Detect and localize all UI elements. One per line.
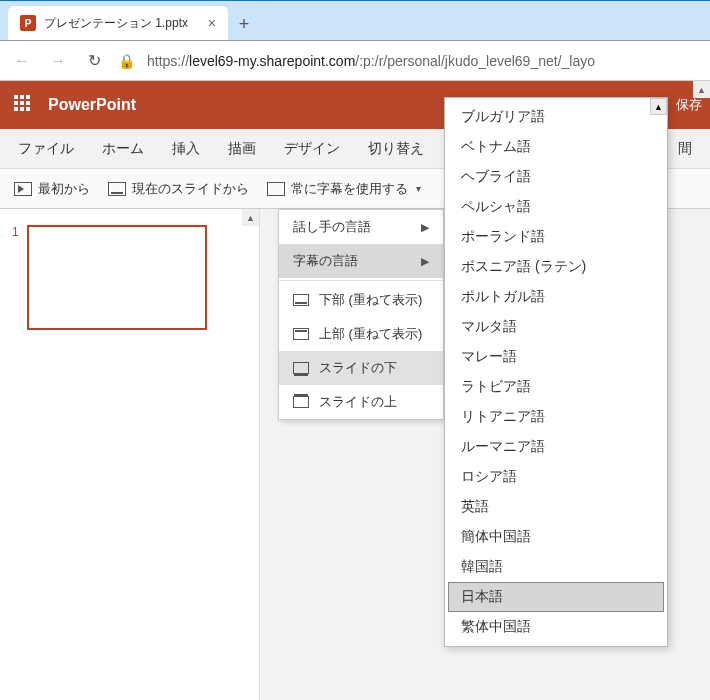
position-bottom-overlay-icon — [293, 294, 309, 306]
chevron-right-icon: ▶ — [421, 255, 429, 268]
forward-button[interactable]: → — [46, 49, 70, 73]
chevron-down-icon: ▾ — [416, 183, 421, 194]
language-option[interactable]: マルタ語 — [445, 312, 667, 342]
language-list-menu: ▲ ブルガリア語ベトナム語ヘブライ語ペルシャ語ポーランド語ボスニア語 (ラテン)… — [444, 97, 668, 647]
position-top-overlay-icon — [293, 328, 309, 340]
language-option[interactable]: ペルシャ語 — [445, 192, 667, 222]
scroll-up-icon[interactable]: ▲ — [650, 98, 667, 115]
browser-tab[interactable]: P プレゼンテーション 1.pptx × — [8, 6, 228, 40]
menu-subtitle-language[interactable]: 字幕の言語 ▶ — [279, 244, 443, 278]
new-tab-button[interactable]: + — [228, 8, 260, 40]
language-option[interactable]: 繁体中国語 — [445, 612, 667, 642]
language-option[interactable]: ポルトガル語 — [445, 282, 667, 312]
language-option[interactable]: ポーランド語 — [445, 222, 667, 252]
menu-above-slide[interactable]: スライドの上 — [279, 385, 443, 419]
language-option[interactable]: ロシア語 — [445, 462, 667, 492]
tab-transitions[interactable]: 切り替え — [368, 140, 424, 158]
app-brand: PowerPoint — [48, 96, 136, 114]
menu-speaker-language[interactable]: 話し手の言語 ▶ — [279, 210, 443, 244]
thumb-scroll-up-icon[interactable]: ▲ — [242, 209, 259, 226]
powerpoint-file-icon: P — [20, 15, 36, 31]
tab-file[interactable]: ファイル — [18, 140, 74, 158]
tab-design[interactable]: デザイン — [284, 140, 340, 158]
language-option[interactable]: リトアニア語 — [445, 402, 667, 432]
menu-below-slide[interactable]: スライドの下 — [279, 351, 443, 385]
slide-number: 1 — [12, 225, 19, 330]
play-from-start-icon — [14, 182, 32, 196]
browser-tab-bar: P プレゼンテーション 1.pptx × + — [0, 1, 710, 41]
language-option[interactable]: 簡体中国語 — [445, 522, 667, 552]
always-use-subtitles-button[interactable]: 常に字幕を使用する ▾ — [267, 180, 421, 198]
language-option[interactable]: 日本語 — [448, 582, 664, 612]
tab-extra[interactable]: 間 — [678, 140, 692, 158]
tab-home[interactable]: ホーム — [102, 140, 144, 158]
subtitles-icon — [267, 182, 285, 196]
language-option[interactable]: ベトナム語 — [445, 132, 667, 162]
tab-draw[interactable]: 描画 — [228, 140, 256, 158]
refresh-button[interactable]: ↻ — [82, 49, 106, 73]
scroll-up-icon[interactable]: ▲ — [693, 81, 710, 98]
browser-address-bar: ← → ↻ 🔒 https://level69-my.sharepoint.co… — [0, 41, 710, 81]
back-button[interactable]: ← — [10, 49, 34, 73]
from-beginning-button[interactable]: 最初から — [14, 180, 90, 198]
from-current-slide-button[interactable]: 現在のスライドから — [108, 180, 249, 198]
language-option[interactable]: ルーマニア語 — [445, 432, 667, 462]
play-from-current-icon — [108, 182, 126, 196]
workspace: ▲ 1 話し手の言語 ▶ 字幕の言語 ▶ 下部 (重ねて表示) 上部 (重ねて表… — [0, 209, 710, 700]
position-below-slide-icon — [293, 362, 309, 374]
language-option[interactable]: 韓国語 — [445, 552, 667, 582]
menu-bottom-overlay[interactable]: 下部 (重ねて表示) — [279, 283, 443, 317]
language-option[interactable]: ボスニア語 (ラテン) — [445, 252, 667, 282]
chevron-right-icon: ▶ — [421, 221, 429, 234]
position-above-slide-icon — [293, 396, 309, 408]
app-launcher-icon[interactable] — [14, 95, 34, 115]
url-text[interactable]: https://level69-my.sharepoint.com/:p:/r/… — [147, 53, 595, 69]
slide-preview[interactable] — [27, 225, 207, 330]
language-option[interactable]: ラトビア語 — [445, 372, 667, 402]
language-option[interactable]: 英語 — [445, 492, 667, 522]
save-status: 保存 — [676, 96, 702, 114]
language-option[interactable]: ブルガリア語 — [445, 102, 667, 132]
lock-icon: 🔒 — [118, 53, 135, 69]
tab-title: プレゼンテーション 1.pptx — [44, 15, 200, 32]
menu-separator — [279, 280, 443, 281]
subtitle-settings-menu: 話し手の言語 ▶ 字幕の言語 ▶ 下部 (重ねて表示) 上部 (重ねて表示) ス… — [278, 209, 444, 420]
tab-insert[interactable]: 挿入 — [172, 140, 200, 158]
language-option[interactable]: ヘブライ語 — [445, 162, 667, 192]
menu-top-overlay[interactable]: 上部 (重ねて表示) — [279, 317, 443, 351]
slide-thumbnail-panel: ▲ 1 — [0, 209, 260, 700]
close-tab-icon[interactable]: × — [208, 15, 216, 31]
language-option[interactable]: マレー語 — [445, 342, 667, 372]
slide-thumbnail[interactable]: 1 — [12, 225, 247, 330]
